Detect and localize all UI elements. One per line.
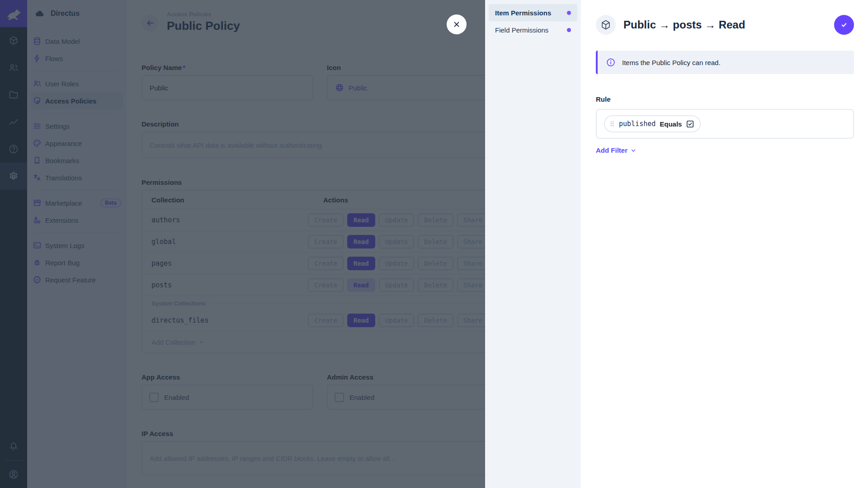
rule-box: published Equals <box>596 109 854 139</box>
add-filter-button[interactable]: Add Filter <box>596 146 637 154</box>
modified-dot <box>567 11 571 15</box>
checked-checkbox-icon[interactable] <box>686 120 694 128</box>
cube-icon <box>600 19 612 31</box>
drawer-tabs: Item Permissions Field Permissions <box>485 0 581 488</box>
drag-handle-icon[interactable] <box>609 120 615 127</box>
tab-label: Item Permissions <box>495 9 551 17</box>
close-drawer-button[interactable] <box>447 14 467 34</box>
filter-operator[interactable]: Equals <box>660 120 682 128</box>
modal-overlay[interactable] <box>0 0 485 488</box>
permissions-drawer: Item Permissions Field Permissions Publi… <box>485 0 868 488</box>
filter-field-name[interactable]: published <box>619 120 656 128</box>
directus-app: Directus Data Model Flows User Roles Acc… <box>0 0 868 488</box>
drawer-header: Public → posts → Read <box>596 0 854 35</box>
modified-dot <box>567 28 571 32</box>
save-button[interactable] <box>834 15 854 35</box>
info-notice-text: Items the Public Policy can read. <box>622 59 721 66</box>
tab-item-permissions[interactable]: Item Permissions <box>489 4 577 21</box>
drawer-content: Public → posts → Read Items the Public P… <box>581 0 868 488</box>
rule-label: Rule <box>596 95 854 103</box>
info-notice: Items the Public Policy can read. <box>596 51 854 74</box>
check-icon <box>839 20 849 30</box>
drawer-header-icon-circle <box>596 15 616 35</box>
filter-chip[interactable]: published Equals <box>604 115 701 132</box>
drawer-title: Public → posts → Read <box>623 19 826 31</box>
close-icon <box>452 20 461 29</box>
info-icon <box>606 57 616 67</box>
chevron-down-icon <box>630 147 637 154</box>
tab-label: Field Permissions <box>495 26 548 34</box>
tab-field-permissions[interactable]: Field Permissions <box>489 21 577 38</box>
